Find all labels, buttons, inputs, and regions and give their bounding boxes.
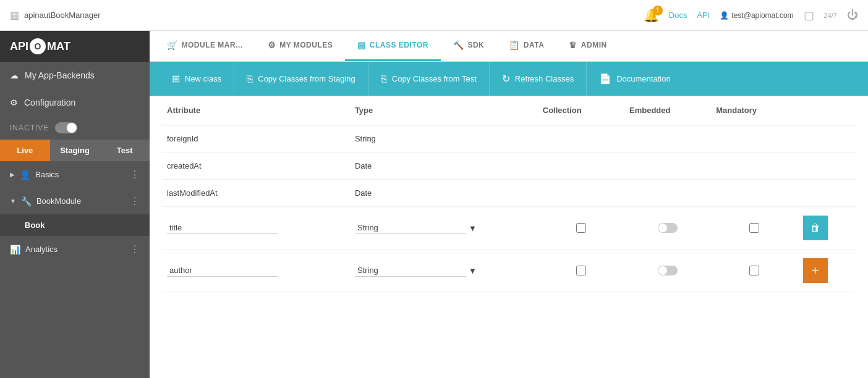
tab-admin[interactable]: ♛ ADMIN — [556, 31, 619, 61]
backends-icon: ☁ — [10, 70, 19, 80]
title-mandatory-checkbox[interactable] — [749, 223, 759, 233]
table-row: lastModifiedAt Date — [162, 180, 856, 207]
sidebar-label-analytics: Analytics — [25, 245, 57, 254]
embedded-author — [624, 250, 711, 292]
author-input[interactable] — [167, 264, 278, 277]
header-type: Type — [350, 96, 538, 125]
sidebar-item-my-backends[interactable]: ☁ My App-Backends — [0, 62, 150, 89]
attr-foreignId: foreignId — [162, 125, 350, 153]
more-icon-book-module[interactable]: ⋮ — [130, 195, 140, 207]
analytics-icon: 📊 — [10, 245, 20, 254]
sidebar-label-basics: Basics — [35, 170, 59, 179]
new-class-icon: ⊞ — [172, 73, 180, 85]
add-author-button[interactable]: + — [803, 258, 828, 283]
sidebar-item-basics[interactable]: ▶ 👤 Basics ⋮ — [0, 161, 150, 188]
table-row: foreignId String — [162, 125, 856, 153]
author-embedded-toggle[interactable] — [658, 266, 678, 275]
documentation-button[interactable]: 📄 Documentation — [587, 62, 683, 96]
header-collection: Collection — [538, 96, 624, 125]
collection-title — [538, 207, 624, 250]
notification-count: 1 — [653, 6, 663, 15]
sidebar-item-book[interactable]: Book — [0, 214, 150, 236]
copy-from-test-button[interactable]: ⎘ Copy Classes from Test — [368, 62, 490, 96]
user-email: test@apiomat.com — [731, 11, 793, 20]
delete-title-button[interactable]: 🗑 — [803, 216, 828, 240]
collection-createdAt — [538, 153, 624, 180]
type-author[interactable]: String Date Integer Boolean Float ▼ — [350, 250, 538, 292]
chevron-down-icon: ▼ — [10, 198, 16, 204]
env-tabs: Live Staging Test — [0, 140, 150, 161]
header-action — [798, 96, 856, 125]
author-mandatory-checkbox[interactable] — [749, 266, 759, 275]
tab-label-class-editor: CLASS EDITOR — [370, 41, 428, 49]
copy-from-staging-button[interactable]: ⎘ Copy Classes from Staging — [234, 62, 368, 96]
notification-bell[interactable]: 🔔 1 — [644, 8, 659, 23]
sidebar-item-label-config: Configuration — [24, 98, 75, 107]
inactive-label: INACTIVE — [10, 124, 49, 132]
docs-link[interactable]: Docs — [669, 10, 687, 20]
sidebar-label-book-module: BookModule — [36, 196, 81, 206]
copy-staging-label: Copy Classes from Staging — [258, 74, 355, 83]
api-link[interactable]: API — [697, 10, 710, 20]
action-createdAt — [798, 153, 856, 180]
tab-class-editor[interactable]: ▤ CLASS EDITOR — [345, 31, 441, 61]
author-collection-checkbox[interactable] — [576, 266, 586, 275]
new-class-button[interactable]: ⊞ New class — [160, 62, 234, 96]
logo-icon: O — [30, 38, 46, 54]
action-foreignId — [798, 125, 856, 153]
tab-label-my-modules: MY MODULES — [279, 41, 333, 49]
refresh-classes-button[interactable]: ↻ Refresh Classes — [490, 62, 587, 96]
env-tab-staging[interactable]: Staging — [50, 140, 100, 161]
tab-module-marketplace[interactable]: 🛒 MODULE MAR... — [155, 31, 255, 61]
sidebar-item-configuration[interactable]: ⚙ Configuration — [0, 89, 150, 116]
title-input[interactable] — [167, 222, 278, 234]
title-embedded-toggle[interactable] — [658, 223, 678, 233]
sdk-icon: 🔨 — [453, 40, 464, 50]
attr-author — [162, 250, 350, 292]
title-type-select[interactable]: String Date Integer Boolean Float — [355, 222, 466, 234]
table-row: String Date Integer Boolean Float ▼ — [162, 207, 856, 250]
author-type-select[interactable]: String Date Integer Boolean Float — [355, 264, 466, 277]
app-icon: ▦ — [10, 9, 19, 21]
new-class-label: New class — [185, 74, 221, 83]
chevron-right-icon: ▶ — [10, 171, 15, 178]
embedded-title — [624, 207, 711, 250]
app-name: apinautBookManager — [24, 10, 101, 20]
docs-icon: 📄 — [599, 73, 611, 85]
inactive-toggle[interactable] — [55, 122, 77, 133]
title-collection-checkbox[interactable] — [576, 223, 586, 233]
tab-sdk[interactable]: 🔨 SDK — [441, 31, 496, 61]
sidebar-item-analytics[interactable]: 📊 Analytics ⋮ — [0, 236, 150, 262]
mandatory-title — [711, 207, 798, 250]
mandatory-foreignId — [711, 125, 798, 153]
tab-label-admin: ADMIN — [581, 41, 607, 49]
mandatory-lastModifiedAt — [711, 180, 798, 207]
sidebar-label-book: Book — [25, 220, 45, 230]
tab-label-marketplace: MODULE MAR... — [182, 41, 243, 49]
env-tab-live[interactable]: Live — [0, 140, 50, 161]
attr-createdAt: createdAt — [162, 153, 350, 180]
modules-icon: ⚙ — [268, 40, 276, 50]
docs-label: Documentation — [616, 74, 670, 83]
more-icon-basics[interactable]: ⋮ — [130, 169, 140, 180]
action-title: 🗑 — [798, 207, 856, 250]
action-lastModifiedAt — [798, 180, 856, 207]
power-icon[interactable]: ⏻ — [847, 9, 858, 22]
collection-author — [538, 250, 624, 292]
admin-icon: ♛ — [569, 40, 577, 50]
module-tabs: 🛒 MODULE MAR... ⚙ MY MODULES ▤ CLASS EDI… — [150, 31, 868, 62]
tab-data[interactable]: 📋 DATA — [496, 31, 556, 61]
type-title[interactable]: String Date Integer Boolean Float ▼ — [350, 207, 538, 250]
mandatory-createdAt — [711, 153, 798, 180]
type-createdAt: Date — [350, 153, 538, 180]
sidebar-item-label-backends: My App-Backends — [25, 70, 95, 80]
sidebar-item-book-module[interactable]: ▼ 🔧 BookModule ⋮ — [0, 188, 150, 214]
action-author: + — [798, 250, 856, 292]
sidebar: APIOMAT ☁ My App-Backends ⚙ Configuratio… — [0, 31, 150, 378]
window-icon[interactable]: ▢ — [804, 9, 814, 22]
env-tab-test[interactable]: Test — [100, 140, 150, 161]
more-icon-analytics[interactable]: ⋮ — [130, 243, 140, 255]
attributes-table: Attribute Type Collection Embedded Manda… — [162, 96, 856, 292]
tab-my-modules[interactable]: ⚙ MY MODULES — [255, 31, 346, 61]
table-area: Attribute Type Collection Embedded Manda… — [150, 96, 868, 378]
